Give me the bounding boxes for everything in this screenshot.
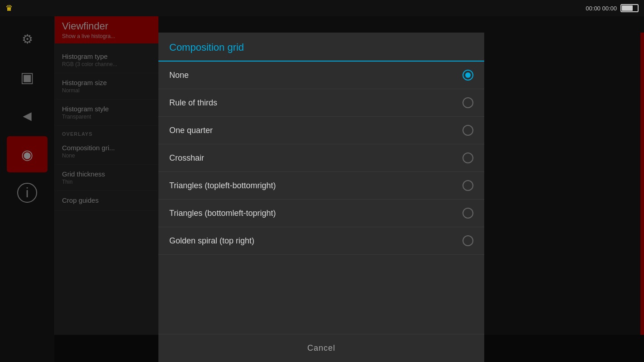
dialog-option-none[interactable]: None: [158, 62, 484, 89]
radio-rule-of-thirds[interactable]: [463, 97, 473, 108]
crown-icon: ♛: [5, 3, 13, 13]
main-area: ⚙ ▣ ◄ ◉ i Viewfinder Show a live histogr…: [0, 16, 644, 362]
radio-one-quarter[interactable]: [463, 125, 473, 136]
dialog-option-label: None: [169, 71, 189, 80]
cancel-button[interactable]: Cancel: [298, 341, 344, 356]
radio-triangles-bottomleft[interactable]: [463, 208, 473, 219]
status-bar: ♛ 00:00 00:00: [0, 0, 644, 16]
dialog-option-label: Rule of thirds: [169, 98, 217, 108]
radio-triangles-topleft[interactable]: [463, 180, 473, 191]
dialog-title: Composition grid: [169, 42, 473, 53]
time-display: 00:00 00:00: [586, 5, 617, 12]
dialog-options-list: None Rule of thirds One quarter Crosshai…: [158, 62, 484, 334]
dialog-option-rule-of-thirds[interactable]: Rule of thirds: [158, 89, 484, 117]
dialog-option-triangles-bottomleft[interactable]: Triangles (bottomleft-topright): [158, 200, 484, 227]
dialog-option-label: Golden spiral (top right): [169, 236, 254, 246]
radio-golden-spiral[interactable]: [463, 235, 473, 246]
dialog-option-one-quarter[interactable]: One quarter: [158, 117, 484, 144]
composition-grid-dialog: Composition grid None Rule of thirds One…: [158, 33, 484, 362]
dialog-option-crosshair[interactable]: Crosshair: [158, 144, 484, 172]
dialog-option-label: Triangles (topleft-bottomright): [169, 181, 276, 191]
dialog-option-triangles-topleft[interactable]: Triangles (topleft-bottomright): [158, 172, 484, 200]
dialog-option-label: Crosshair: [169, 153, 204, 163]
battery-fill: [622, 5, 633, 11]
battery-icon: [620, 4, 639, 12]
dialog-option-label: Triangles (bottomleft-topright): [169, 209, 276, 218]
status-bar-left: ♛: [5, 3, 13, 13]
radio-none[interactable]: [463, 70, 473, 81]
dialog-header: Composition grid: [158, 33, 484, 62]
radio-crosshair[interactable]: [463, 152, 473, 163]
status-bar-right: 00:00 00:00: [586, 4, 639, 12]
dialog-option-golden-spiral[interactable]: Golden spiral (top right): [158, 227, 484, 255]
dialog-option-label: One quarter: [169, 126, 213, 135]
dialog-footer: Cancel: [158, 334, 484, 362]
